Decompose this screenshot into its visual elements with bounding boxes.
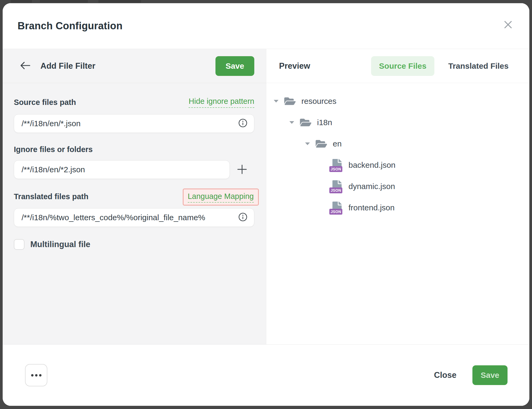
info-circle-icon[interactable] xyxy=(238,212,248,223)
modal-footer: Close Save xyxy=(3,344,529,406)
close-button[interactable]: Close xyxy=(434,370,456,380)
file-filter-toolbar: Add File Filter Save xyxy=(3,49,266,83)
preview-toolbar: Preview Source Files Translated Files xyxy=(266,49,529,83)
tree-item-label: frontend.json xyxy=(348,203,394,212)
ellipsis-icon xyxy=(39,374,41,377)
modal-header: Branch Configuration xyxy=(3,3,529,49)
ignore-files-label: Ignore files or folders xyxy=(14,145,93,154)
language-mapping-highlight: Language Mapping xyxy=(183,189,259,205)
preview-panel: Preview Source Files Translated Files re… xyxy=(266,49,529,344)
more-options-button[interactable] xyxy=(25,364,47,386)
close-modal-button[interactable] xyxy=(502,19,514,31)
source-files-path-label: Source files path xyxy=(14,98,76,107)
json-badge: JSON xyxy=(329,166,342,172)
plus-icon xyxy=(236,164,248,176)
preview-tabs: Source Files Translated Files xyxy=(371,56,517,76)
source-files-path-input[interactable] xyxy=(22,119,238,128)
json-badge: JSON xyxy=(329,187,342,193)
filter-save-button[interactable]: Save xyxy=(215,56,254,76)
back-button[interactable] xyxy=(18,59,33,73)
save-button[interactable]: Save xyxy=(472,365,508,385)
file-tree: resources i18n en JSON xyxy=(266,83,529,218)
add-file-filter-title: Add File Filter xyxy=(40,61,215,71)
chevron-down-icon[interactable] xyxy=(289,121,294,124)
info-circle-icon[interactable] xyxy=(238,118,248,129)
modal-body: Add File Filter Save Source files path H… xyxy=(3,49,529,344)
file-filter-form: Source files path Hide ignore pattern Ig… xyxy=(3,83,266,250)
tree-item-label: backend.json xyxy=(348,161,396,170)
dimmed-page-fragment xyxy=(98,0,141,3)
dimmed-page-fragment xyxy=(11,0,32,3)
arrow-left-icon xyxy=(20,61,31,71)
tree-row-file-backend[interactable]: JSON backend.json xyxy=(274,154,529,176)
tab-source-files[interactable]: Source Files xyxy=(371,56,434,76)
json-file-icon: JSON xyxy=(332,180,342,193)
translated-files-path-input[interactable] xyxy=(22,213,238,222)
json-file-icon: JSON xyxy=(332,159,342,171)
add-ignore-pattern-button[interactable] xyxy=(230,160,254,179)
source-files-path-field xyxy=(14,114,254,133)
folder-open-icon xyxy=(300,117,312,128)
file-filter-panel: Add File Filter Save Source files path H… xyxy=(3,49,266,344)
translated-files-path-label: Translated files path xyxy=(14,192,88,201)
tree-item-label: dynamic.json xyxy=(348,182,395,191)
tree-row-folder-i18n[interactable]: i18n xyxy=(274,112,529,133)
tab-translated-files[interactable]: Translated Files xyxy=(440,56,517,76)
ellipsis-icon xyxy=(31,374,34,377)
ignore-pattern-input[interactable] xyxy=(22,165,223,174)
folder-open-icon xyxy=(315,139,327,149)
tree-row-file-dynamic[interactable]: JSON dynamic.json xyxy=(274,176,529,197)
json-file-icon: JSON xyxy=(332,202,342,214)
chevron-down-icon[interactable] xyxy=(274,100,279,103)
hide-ignore-pattern-link[interactable]: Hide ignore pattern xyxy=(189,97,254,108)
dimmed-page-fragment xyxy=(40,0,88,3)
tree-item-label: resources xyxy=(301,97,336,106)
tree-row-folder-resources[interactable]: resources xyxy=(274,91,529,112)
language-mapping-link[interactable]: Language Mapping xyxy=(188,192,254,203)
translated-files-path-field xyxy=(14,208,254,227)
tree-item-label: i18n xyxy=(317,118,332,127)
preview-title: Preview xyxy=(279,61,310,71)
modal-title: Branch Configuration xyxy=(18,20,123,32)
multilingual-file-checkbox[interactable] xyxy=(14,239,24,250)
chevron-down-icon[interactable] xyxy=(305,142,310,145)
ignore-pattern-field xyxy=(14,160,230,179)
close-icon xyxy=(503,19,513,30)
multilingual-file-label: Multilingual file xyxy=(30,240,90,249)
json-badge: JSON xyxy=(329,209,342,215)
folder-open-icon xyxy=(284,96,296,106)
tree-row-folder-en[interactable]: en xyxy=(274,133,529,154)
tree-row-file-frontend[interactable]: JSON frontend.json xyxy=(274,197,529,218)
tree-item-label: en xyxy=(333,139,342,148)
ellipsis-icon xyxy=(35,374,38,377)
branch-configuration-modal: Branch Configuration Add File Filter Sav… xyxy=(3,3,529,406)
